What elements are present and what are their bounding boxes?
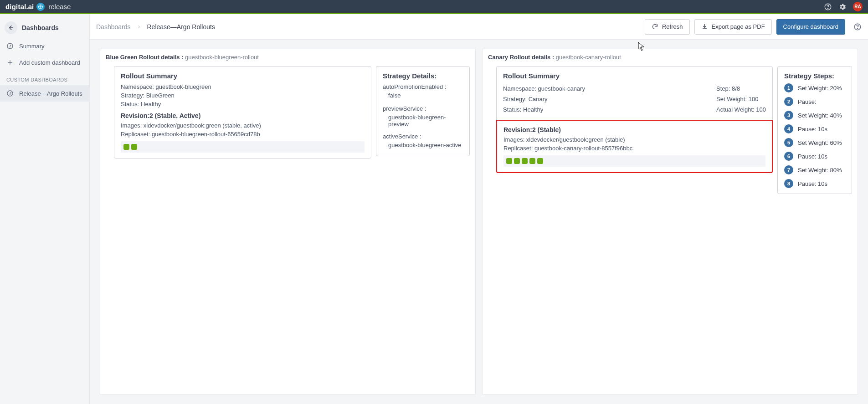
step-label: Pause: 10s [798, 126, 827, 133]
sidebar-item-label: Summary [19, 43, 45, 50]
panel-canary: Canary Rollout details : guestbook-canar… [482, 49, 858, 395]
card-bluegreen-summary: Rollout Summary Namespace: guestbook-blu… [114, 66, 371, 159]
rollout-summary-title: Rollout Summary [503, 72, 766, 80]
pod-icon [522, 158, 528, 164]
steps-list: 1Set Weight: 20%2Pause:3Set Weight: 40%4… [784, 83, 845, 188]
strategy-step: 6Pause: 10s [784, 152, 845, 161]
sidebar-item-custom-dashboard[interactable]: Release—Argo Rollouts [0, 85, 89, 102]
gear-icon[interactable] [838, 3, 847, 11]
step-number-badge: 1 [784, 83, 793, 92]
pod-icon [537, 158, 543, 164]
step-label: Set Weight: 20% [798, 85, 842, 92]
strategy-steps-title: Strategy Steps: [784, 72, 845, 80]
content-header: Dashboards Release—Argo Rollouts Refresh [90, 14, 868, 40]
card-strategy-steps: Strategy Steps: 1Set Weight: 20%2Pause:3… [777, 66, 852, 194]
kv-namespace: Namespace: guestbook-canary [503, 85, 707, 92]
panel-bluegreen: Blue Green Rollout details : guestbook-b… [100, 49, 476, 395]
kv-namespace: Namespace: guestbook-bluegreen [121, 83, 365, 90]
step-number-badge: 2 [784, 97, 793, 106]
strategy-step: 5Set Weight: 60% [784, 138, 845, 147]
breadcrumb-current: Release—Argo Rollouts [147, 23, 215, 31]
revision-title: Revision:2 (Stable, Active) [121, 112, 365, 119]
kv-status: Status: Healthy [121, 101, 365, 107]
svg-point-2 [827, 8, 828, 9]
step-number-badge: 8 [784, 179, 793, 188]
step-number-badge: 4 [784, 124, 793, 133]
help-icon[interactable] [853, 23, 862, 31]
configure-dashboard-button[interactable]: Configure dashboard [776, 19, 845, 35]
pod-icon [529, 158, 535, 164]
svg-point-6 [857, 28, 858, 29]
pod-icon [514, 158, 520, 164]
plus-icon [6, 59, 14, 66]
pod-icon [123, 144, 129, 150]
rollout-summary-title: Rollout Summary [121, 72, 365, 80]
breadcrumb: Dashboards Release—Argo Rollouts [96, 23, 215, 31]
step-label: Pause: 10s [798, 153, 827, 160]
kv-actualweight: Actual Weight: 100 [716, 106, 766, 113]
refresh-icon [652, 23, 658, 30]
brand: digital.ai release [5, 3, 71, 11]
kv-images: Images: xldevdocker/guestbook:green (sta… [121, 122, 365, 129]
strategy-step: 2Pause: [784, 97, 845, 106]
strategy-step: 7Set Weight: 80% [784, 165, 845, 174]
strategy-step: 1Set Weight: 20% [784, 83, 845, 92]
brand-product: release [48, 3, 71, 10]
sidebar-item-summary[interactable]: Summary [0, 38, 89, 54]
breadcrumb-root[interactable]: Dashboards [96, 23, 131, 31]
step-label: Pause: 10s [798, 180, 827, 187]
kv-setweight: Set Weight: 100 [716, 96, 766, 102]
step-number-badge: 6 [784, 152, 793, 161]
kv-strategy: Strategy: Canary [503, 96, 707, 102]
revision-title: Revision:2 (Stable) [503, 126, 765, 133]
refresh-button[interactable]: Refresh [645, 19, 690, 35]
panel-title-bluegreen: Blue Green Rollout details : guestbook-b… [106, 54, 470, 61]
sidebar: Dashboards Summary Add custom dashboard … [0, 14, 90, 404]
step-number-badge: 3 [784, 111, 793, 120]
strategy-step: 3Set Weight: 40% [784, 111, 845, 120]
step-label: Set Weight: 80% [798, 167, 842, 174]
pod-icon [506, 158, 512, 164]
refresh-label: Refresh [662, 23, 683, 30]
kv-step: Step: 8/8 [716, 85, 766, 92]
kv-active-label: activeService : [383, 133, 463, 140]
step-number-badge: 5 [784, 138, 793, 147]
export-pdf-button[interactable]: Export page as PDF [694, 19, 772, 35]
sidebar-item-label: Release—Argo Rollouts [19, 90, 82, 97]
card-strategy-details: Strategy Details: autoPromotionEnabled :… [376, 66, 470, 156]
app-header: digital.ai release RA [0, 0, 868, 14]
product-logo-icon [36, 3, 45, 11]
chevron-right-icon [136, 24, 142, 30]
kv-autopromo-label: autoPromotionEnabled : [383, 83, 463, 90]
step-number-badge: 7 [784, 165, 793, 174]
kv-images: Images: xldevdocker/guestbook:green (sta… [503, 136, 765, 143]
pods-canary [503, 155, 765, 167]
step-label: Set Weight: 60% [798, 139, 842, 146]
kv-active-value: guestbook-bluegreen-active [383, 142, 463, 148]
configure-label: Configure dashboard [783, 23, 838, 30]
export-label: Export page as PDF [712, 23, 765, 30]
help-icon[interactable] [824, 3, 832, 11]
strategy-step: 4Pause: 10s [784, 124, 845, 133]
panel-title-canary: Canary Rollout details : guestbook-canar… [488, 54, 852, 61]
sidebar-item-label: Add custom dashboard [19, 59, 80, 66]
strategy-details-title: Strategy Details: [383, 72, 463, 80]
sidebar-item-add-dashboard[interactable]: Add custom dashboard [0, 54, 89, 71]
kv-replicaset: Replicaset: guestbook-canary-rollout-855… [503, 145, 765, 152]
step-label: Pause: [798, 98, 816, 105]
sidebar-section-label: CUSTOM DASHBOARDS [0, 71, 89, 85]
kv-preview-value: guestbook-bluegreen-preview [383, 114, 463, 128]
download-icon [701, 23, 708, 30]
kv-autopromo-value: false [383, 92, 463, 99]
step-label: Set Weight: 40% [798, 112, 842, 119]
kv-preview-label: previewService : [383, 105, 463, 112]
header-buttons: Refresh Export page as PDF Configure das… [645, 19, 862, 35]
avatar[interactable]: RA [853, 2, 863, 11]
kv-replicaset: Replicaset: guestbook-bluegreen-rollout-… [121, 131, 365, 138]
kv-status: Status: Healthy [503, 106, 707, 113]
header-actions: RA [824, 2, 863, 11]
content: Dashboards Release—Argo Rollouts Refresh [90, 14, 868, 404]
dashboard-icon [6, 42, 14, 50]
main-body: Blue Green Rollout details : guestbook-b… [90, 40, 868, 404]
back-button[interactable] [5, 21, 17, 34]
